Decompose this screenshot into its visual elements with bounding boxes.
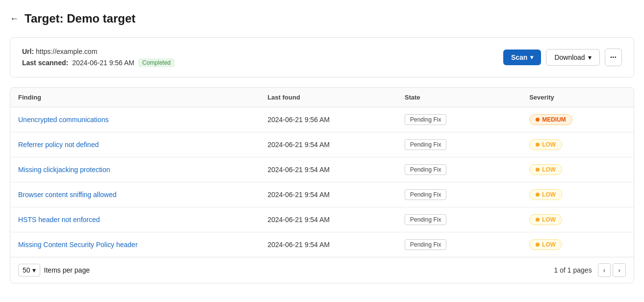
scan-button[interactable]: Scan ▾	[503, 50, 541, 65]
finding-link[interactable]: Missing Content Security Policy header	[18, 241, 138, 249]
table-row: Missing Content Security Policy header 2…	[10, 232, 634, 257]
last-found-cell: 2024-06-21 9:56 AM	[259, 107, 397, 132]
table-header: Finding Last found State Severity	[10, 88, 634, 107]
severity-badge: LOW	[529, 164, 562, 175]
items-per-page-chevron-icon: ▾	[32, 266, 36, 274]
table-body: Unencrypted communications 2024-06-21 9:…	[10, 107, 634, 257]
table-row: HSTS header not enforced 2024-06-21 9:54…	[10, 207, 634, 232]
state-badge: Pending Fix	[405, 239, 446, 250]
finding-link[interactable]: HSTS header not enforced	[18, 216, 100, 224]
last-scanned-row: Last scanned: 2024-06-21 9:56 AM Complet…	[22, 58, 175, 67]
pagination-info: 1 of 1 pages	[554, 266, 592, 274]
scan-chevron-icon: ▾	[530, 54, 533, 61]
state-cell: Pending Fix	[397, 132, 521, 157]
pagination-controls: ‹ ›	[598, 263, 626, 277]
items-per-page-value: 50	[23, 266, 30, 274]
items-per-page-group: 50 ▾ Items per page	[18, 264, 90, 277]
url-label: Url:	[22, 48, 34, 55]
card-left: Url: https://example.com Last scanned: 2…	[22, 48, 175, 67]
prev-page-button[interactable]: ‹	[598, 263, 611, 277]
target-info-card: Url: https://example.com Last scanned: 2…	[10, 37, 634, 77]
severity-dot-icon	[536, 193, 540, 197]
download-chevron-icon: ▾	[588, 53, 592, 61]
state-cell: Pending Fix	[397, 157, 521, 182]
items-per-page-label: Items per page	[44, 266, 90, 274]
state-cell: Pending Fix	[397, 107, 521, 132]
status-badge: Completed	[138, 58, 175, 67]
last-found-cell: 2024-06-21 9:54 AM	[259, 207, 397, 232]
severity-cell: LOW	[521, 157, 634, 182]
table-row: Referrer policy not defined 2024-06-21 9…	[10, 132, 634, 157]
state-cell: Pending Fix	[397, 232, 521, 257]
last-scanned-label: Last scanned:	[22, 59, 68, 67]
footer-right: 1 of 1 pages ‹ ›	[554, 263, 626, 277]
state-badge: Pending Fix	[405, 114, 446, 125]
severity-badge: LOW	[529, 214, 562, 225]
findings-table-card: Finding Last found State Severity Unencr…	[10, 87, 634, 283]
card-actions: Scan ▾ Download ▾ ···	[503, 49, 622, 66]
finding-cell: Missing clickjacking protection	[10, 157, 259, 182]
download-button[interactable]: Download ▾	[546, 49, 599, 66]
severity-dot-icon	[536, 168, 540, 172]
severity-badge: LOW	[529, 239, 562, 250]
table-row: Browser content sniffing allowed 2024-06…	[10, 182, 634, 207]
finding-cell: Unencrypted communications	[10, 107, 259, 132]
state-badge: Pending Fix	[405, 214, 446, 225]
finding-cell: Browser content sniffing allowed	[10, 182, 259, 207]
state-badge: Pending Fix	[405, 139, 446, 150]
severity-dot-icon	[536, 218, 540, 222]
last-found-cell: 2024-06-21 9:54 AM	[259, 157, 397, 182]
severity-dot-icon	[536, 243, 540, 247]
severity-cell: MEDIUM	[521, 107, 634, 132]
finding-link[interactable]: Browser content sniffing allowed	[18, 191, 117, 199]
last-scanned-value: 2024-06-21 9:56 AM	[72, 59, 134, 67]
table-footer: 50 ▾ Items per page 1 of 1 pages ‹ ›	[10, 257, 634, 283]
finding-cell: HSTS header not enforced	[10, 207, 259, 232]
scan-label: Scan	[511, 53, 527, 61]
state-badge: Pending Fix	[405, 164, 446, 175]
finding-link[interactable]: Missing clickjacking protection	[18, 166, 110, 174]
col-finding: Finding	[10, 88, 259, 107]
url-value: https://example.com	[36, 48, 97, 55]
last-found-cell: 2024-06-21 9:54 AM	[259, 182, 397, 207]
next-page-button[interactable]: ›	[613, 263, 626, 277]
finding-cell: Missing Content Security Policy header	[10, 232, 259, 257]
state-cell: Pending Fix	[397, 207, 521, 232]
severity-cell: LOW	[521, 207, 634, 232]
last-found-cell: 2024-06-21 9:54 AM	[259, 132, 397, 157]
col-state: State	[397, 88, 521, 107]
url-row: Url: https://example.com	[22, 48, 175, 55]
severity-cell: LOW	[521, 132, 634, 157]
col-severity: Severity	[521, 88, 634, 107]
findings-table: Finding Last found State Severity Unencr…	[10, 88, 634, 257]
severity-badge: LOW	[529, 139, 562, 150]
severity-cell: LOW	[521, 232, 634, 257]
state-badge: Pending Fix	[405, 189, 446, 200]
back-button[interactable]: ←	[10, 14, 19, 24]
last-found-cell: 2024-06-21 9:54 AM	[259, 232, 397, 257]
page-title: Target: Demo target	[25, 12, 135, 25]
table-row: Missing clickjacking protection 2024-06-…	[10, 157, 634, 182]
severity-badge: LOW	[529, 189, 562, 200]
col-last-found: Last found	[259, 88, 397, 107]
finding-link[interactable]: Referrer policy not defined	[18, 141, 99, 149]
severity-dot-icon	[536, 118, 540, 122]
severity-dot-icon	[536, 143, 540, 147]
severity-badge: MEDIUM	[529, 114, 572, 125]
finding-link[interactable]: Unencrypted communications	[18, 116, 108, 124]
state-cell: Pending Fix	[397, 182, 521, 207]
items-per-page-select[interactable]: 50 ▾	[18, 264, 40, 277]
more-options-button[interactable]: ···	[605, 49, 622, 66]
download-label: Download	[554, 53, 585, 61]
finding-cell: Referrer policy not defined	[10, 132, 259, 157]
severity-cell: LOW	[521, 182, 634, 207]
table-row: Unencrypted communications 2024-06-21 9:…	[10, 107, 634, 132]
page-header: ← Target: Demo target	[10, 12, 634, 25]
